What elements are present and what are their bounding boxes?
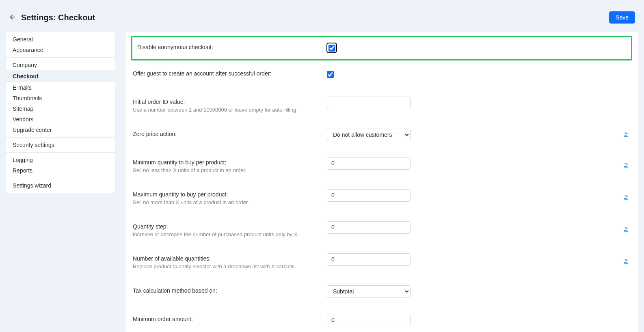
vendor-icon[interactable]	[622, 162, 629, 168]
disable-anon-checkbox[interactable]	[328, 45, 335, 52]
avail-qty-input[interactable]	[327, 253, 411, 266]
sidebar-item-security-settings[interactable]: Security settings	[6, 138, 115, 152]
page-title: Settings: Checkout	[21, 13, 95, 22]
sidebar-item-logging[interactable]: Logging	[6, 153, 115, 165]
sidebar-item-company[interactable]: Company	[6, 58, 115, 70]
sidebar-item-sitemap[interactable]: Sitemap	[6, 103, 115, 114]
svg-point-1	[625, 132, 627, 134]
sidebar-item-appearance[interactable]: Appearance	[6, 45, 115, 57]
svg-point-7	[625, 227, 627, 229]
initial-order-id-input[interactable]	[327, 97, 411, 109]
sidebar-item-thumbnails[interactable]: Thumbnails	[6, 93, 115, 103]
sidebar-item-general[interactable]: General	[6, 32, 115, 45]
min-qty-hint: Sell no less than X units of a product i…	[133, 167, 327, 173]
min-qty-label: Minimum quantity to buy per product:	[133, 159, 226, 166]
min-order-input[interactable]	[327, 314, 411, 326]
qty-step-label: Quantity step:	[133, 223, 168, 230]
sidebar-item-upgrade-center[interactable]: Upgrade center	[6, 125, 115, 137]
svg-point-9	[625, 259, 627, 261]
sidebar-item-checkout[interactable]: Checkout	[6, 70, 115, 82]
max-qty-label: Maximum quantity to buy per product:	[133, 191, 228, 198]
min-order-label: Minimum order amount:	[133, 316, 193, 322]
max-qty-hint: Sell no more than X units of a product i…	[133, 199, 327, 205]
min-qty-input[interactable]	[327, 157, 411, 170]
svg-point-3	[625, 163, 627, 164]
avail-qty-hint: Replace product quantity selector with a…	[133, 263, 327, 269]
svg-point-6	[627, 196, 628, 197]
highlighted-setting: Disable anonymous checkout:	[131, 36, 632, 60]
svg-point-5	[625, 195, 627, 196]
vendor-icon[interactable]	[622, 194, 629, 200]
checkbox-emphasis	[326, 43, 337, 53]
svg-point-2	[627, 134, 628, 135]
sidebar-item-settings-wizard[interactable]: Settings wizard	[6, 178, 115, 193]
sidebar-item-vendors[interactable]: Vendors	[6, 114, 115, 125]
tax-method-select[interactable]: Subtotal	[327, 285, 411, 298]
disable-anon-label: Disable anonymous checkout:	[137, 44, 213, 50]
initial-order-id-label: Initial order ID value:	[133, 99, 185, 105]
vendor-icon[interactable]	[622, 132, 629, 138]
settings-sidebar: General Appearance Company Checkout E-ma…	[6, 32, 115, 193]
qty-step-hint: Increase or decrease the number of purch…	[133, 231, 327, 237]
svg-point-10	[627, 260, 628, 261]
zero-price-label: Zero price action:	[133, 131, 177, 137]
zero-price-select[interactable]: Do not allow customers to ad	[327, 129, 411, 141]
sidebar-item-emails[interactable]: E-mails	[6, 82, 115, 93]
avail-qty-label: Number of available quantities:	[133, 255, 211, 262]
initial-order-id-hint: Use a number between 1 and 10000000 or l…	[133, 107, 327, 113]
svg-point-4	[627, 164, 628, 165]
offer-guest-label: Offer guest to create an account after s…	[133, 70, 271, 77]
back-icon[interactable]	[9, 13, 16, 22]
offer-guest-checkbox[interactable]	[327, 71, 334, 78]
qty-step-input[interactable]	[327, 221, 411, 234]
page-header: Settings: Checkout Save	[6, 4, 638, 32]
sidebar-item-reports[interactable]: Reports	[6, 165, 115, 178]
max-qty-input[interactable]	[327, 189, 411, 202]
settings-form: Disable anonymous checkout: Offer guest …	[125, 32, 638, 332]
vendor-icon[interactable]	[622, 258, 629, 265]
save-button[interactable]: Save	[609, 11, 635, 24]
tax-method-label: Tax calculation method based on:	[133, 287, 217, 294]
svg-point-8	[627, 228, 628, 229]
vendor-icon[interactable]	[622, 226, 629, 233]
